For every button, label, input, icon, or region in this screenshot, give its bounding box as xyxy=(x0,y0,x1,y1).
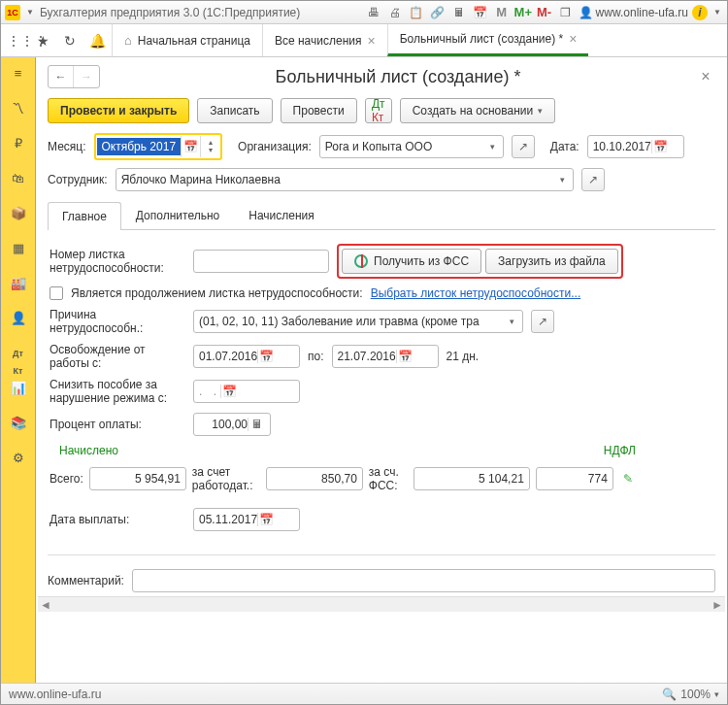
employee-input[interactable]: Яблочко Марина Николаевна ▾ xyxy=(116,168,574,191)
forward-button[interactable]: → xyxy=(74,66,99,87)
scroll-left-icon[interactable]: ◄ xyxy=(38,598,53,612)
employer-input[interactable]: 850,70 xyxy=(266,467,363,490)
top-tabbar: ⋮⋮⋮ ★ ↻ 🔔 ⌂ Начальная страница Все начис… xyxy=(1,24,727,57)
tab-sickleave[interactable]: Больничный лист (создание) * × xyxy=(387,24,589,56)
nav-gear-icon[interactable]: ⚙ xyxy=(10,450,27,467)
release-to-label: по: xyxy=(308,350,324,363)
nav-chart-icon[interactable]: 📊 xyxy=(10,380,27,397)
scroll-right-icon[interactable]: ► xyxy=(710,598,725,612)
info-dropdown[interactable]: ▼ xyxy=(711,8,723,17)
release-to-input[interactable]: 21.07.2016 📅 xyxy=(332,345,439,368)
paydate-input[interactable]: 05.11.2017 📅 xyxy=(193,508,300,531)
calendar-icon[interactable]: 📅 xyxy=(220,385,238,398)
close-icon[interactable]: × xyxy=(367,33,375,49)
reduce-label: Снизить пособие за нарушение режима с: xyxy=(50,378,185,405)
total-label: Всего: xyxy=(50,472,83,486)
close-icon[interactable]: × xyxy=(569,31,577,47)
select-sheet-link[interactable]: Выбрать листок нетрудоспособности... xyxy=(371,286,581,300)
nav-grid-icon[interactable]: ▦ xyxy=(10,240,27,257)
disability-num-input[interactable] xyxy=(193,250,329,273)
release-from-input[interactable]: 01.07.2016 📅 xyxy=(193,345,300,368)
back-button[interactable]: ← xyxy=(49,66,74,87)
info-icon[interactable]: i xyxy=(692,5,708,20)
nav-books-icon[interactable]: 📚 xyxy=(10,415,27,432)
reason-input[interactable]: (01, 02, 10, 11) Заболевание или травма … xyxy=(193,310,523,333)
post-and-close-button[interactable]: Провести и закрыть xyxy=(48,98,189,123)
nav-person-icon[interactable]: 👤 xyxy=(10,310,27,327)
month-label: Месяц: xyxy=(48,140,86,153)
memory-mplus[interactable]: M+ xyxy=(514,5,532,20)
spinner-icon[interactable]: ▴▾ xyxy=(200,136,219,157)
calc-icon[interactable]: 🖩 xyxy=(248,418,265,431)
fss-amount-input[interactable]: 5 104,21 xyxy=(414,467,530,490)
nav-box-icon[interactable]: 📦 xyxy=(10,205,27,222)
memory-mminus[interactable]: M- xyxy=(536,5,553,20)
ndfl-input[interactable]: 774 xyxy=(536,467,613,490)
date-input[interactable]: 10.10.2017 📅 xyxy=(587,135,684,158)
dtkt-button[interactable]: ДтКт xyxy=(365,98,392,123)
percent-input[interactable]: 100,00 🖩 xyxy=(193,413,271,436)
calc-icon[interactable]: 🖩 xyxy=(450,5,468,20)
bell-icon[interactable]: 🔔 xyxy=(88,32,106,50)
calendar-icon[interactable]: 📅 xyxy=(396,350,414,363)
date-value: 10.10.2017 xyxy=(593,140,651,153)
employee-label: Сотрудник: xyxy=(48,173,108,186)
nav-dtkt-icon[interactable]: ДтКт xyxy=(10,345,27,362)
paydate-label: Дата выплаты: xyxy=(50,513,185,526)
window-icon[interactable]: ❐ xyxy=(557,5,575,20)
org-open-button[interactable]: ↗ xyxy=(512,135,535,158)
create-basis-button[interactable]: Создать на основании ▾ xyxy=(400,98,556,123)
tab-home[interactable]: ⌂ Начальная страница xyxy=(112,24,262,56)
copy-icon[interactable]: 📋 xyxy=(408,5,425,20)
org-input[interactable]: Рога и Копыта ООО ▾ xyxy=(319,135,504,158)
nav-factory-icon[interactable]: 🏭 xyxy=(10,275,27,292)
chevron-down-icon[interactable]: ▾ xyxy=(507,317,517,326)
subtab-additional[interactable]: Дополнительно xyxy=(121,201,234,229)
release-from-label: Освобождение от работы с: xyxy=(50,343,185,370)
reason-open-button[interactable]: ↗ xyxy=(531,310,554,333)
link-icon[interactable]: 🔗 xyxy=(429,5,447,20)
apps-icon[interactable]: ⋮⋮⋮ xyxy=(7,32,24,50)
load-from-file-button[interactable]: Загрузить из файла xyxy=(485,249,618,274)
chevron-down-icon[interactable]: ▾ xyxy=(714,689,719,699)
continuation-checkbox[interactable] xyxy=(50,286,63,300)
calendar-icon[interactable]: 📅 xyxy=(472,5,489,20)
subtab-main[interactable]: Главное xyxy=(48,202,121,230)
star-icon[interactable]: ★ xyxy=(34,32,51,50)
total-input[interactable]: 5 954,91 xyxy=(89,467,186,490)
nav-ruble-icon[interactable]: ₽ xyxy=(10,135,27,152)
print-icon[interactable]: 🖨 xyxy=(386,5,404,20)
comment-input[interactable] xyxy=(132,569,715,592)
app-menu-dropdown[interactable]: ▼ xyxy=(24,8,36,17)
horizontal-scrollbar[interactable]: ◄ ► xyxy=(38,596,725,612)
calendar-icon[interactable]: 📅 xyxy=(257,513,275,526)
subtab-accruals[interactable]: Начисления xyxy=(234,201,329,229)
history-icon[interactable]: ↻ xyxy=(61,32,79,50)
employee-open-button[interactable]: ↗ xyxy=(581,168,605,191)
window-titlebar: 1C ▼ Бухгалтерия предприятия 3.0 (1С:Пре… xyxy=(1,1,727,24)
reduce-date-input[interactable]: . . 📅 xyxy=(193,380,300,403)
calendar-icon[interactable]: 📅 xyxy=(651,140,669,153)
chevron-down-icon[interactable]: ▾ xyxy=(487,142,498,151)
close-page-button[interactable]: × xyxy=(696,68,715,85)
chevron-down-icon[interactable]: ▾ xyxy=(557,175,568,185)
reason-label: Причина нетрудоспособн.: xyxy=(50,308,185,335)
nav-basket-icon[interactable]: 🛍 xyxy=(10,170,27,187)
memory-m[interactable]: M xyxy=(493,5,511,20)
write-button[interactable]: Записать xyxy=(197,98,272,123)
post-button[interactable]: Провести xyxy=(281,98,357,123)
percent-label: Процент оплаты: xyxy=(50,418,185,431)
edit-pencil-icon[interactable]: ✎ xyxy=(619,472,637,486)
nav-trend-icon[interactable]: 〽 xyxy=(10,100,27,118)
zoom-icon[interactable]: 🔍 xyxy=(662,688,677,701)
nav-menu-icon[interactable]: ≡ xyxy=(10,65,27,83)
calendar-icon[interactable]: 📅 xyxy=(257,350,275,363)
month-input[interactable]: Октябрь 2017 📅 ▴▾ xyxy=(94,133,223,160)
tab-accruals[interactable]: Все начисления × xyxy=(262,24,387,56)
reason-value: (01, 02, 10, 11) Заболевание или травма … xyxy=(199,315,480,328)
get-from-fss-button[interactable]: Получить из ФСС xyxy=(342,249,481,274)
employer-label: за счет работодат.: xyxy=(192,465,260,492)
calendar-icon[interactable]: 📅 xyxy=(181,136,200,157)
user-label[interactable]: 👤 www.online-ufa.ru xyxy=(579,6,688,19)
save-icon[interactable]: 🖶 xyxy=(365,5,382,20)
